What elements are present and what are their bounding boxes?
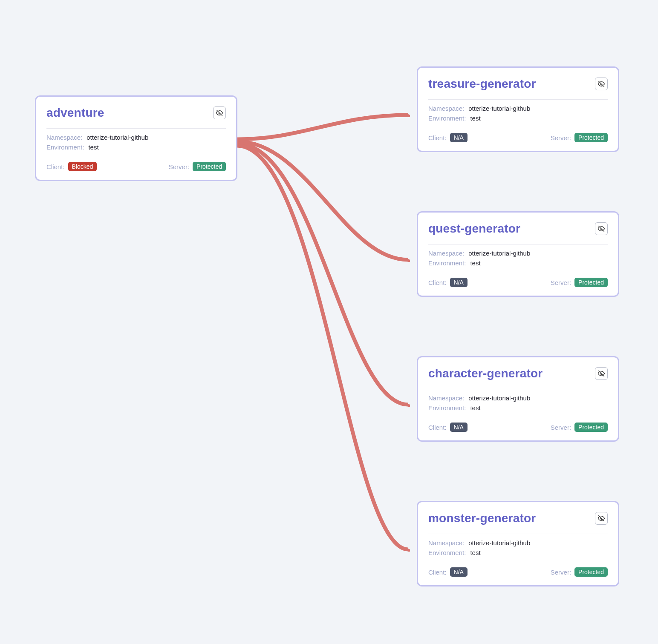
divider (46, 128, 226, 129)
environment-label: Environment: (428, 259, 466, 267)
client-status: Client: N/A (428, 567, 468, 577)
status-badge-protected: Protected (193, 162, 226, 171)
divider (428, 389, 608, 389)
node-title: treasure-generator (428, 77, 536, 91)
namespace-label: Namespace: (428, 394, 464, 402)
divider (428, 244, 608, 244)
environment-value: test (470, 259, 480, 267)
client-status: Client: Blocked (46, 162, 97, 171)
environment-value: test (88, 144, 98, 151)
environment-value: test (470, 115, 480, 122)
environment-value: test (470, 549, 480, 556)
client-label: Client: (428, 569, 447, 576)
server-label: Server: (551, 569, 571, 576)
node-adventure[interactable]: adventure Namespace: otterize-tutorial-g… (35, 95, 237, 181)
status-badge-na: N/A (450, 423, 468, 432)
visibility-off-icon[interactable] (595, 78, 608, 90)
meta-namespace: Namespace: otterize-tutorial-github (428, 105, 608, 112)
node-title: monster-generator (428, 512, 536, 525)
edge-to-quest (237, 141, 408, 260)
meta-namespace: Namespace: otterize-tutorial-github (428, 539, 608, 546)
environment-label: Environment: (428, 404, 466, 411)
namespace-label: Namespace: (428, 105, 464, 112)
client-label: Client: (428, 279, 447, 286)
divider (428, 99, 608, 100)
server-status: Server: Protected (551, 423, 608, 432)
status-badge-na: N/A (450, 567, 468, 577)
status-badge-protected: Protected (574, 133, 608, 142)
node-character-generator[interactable]: character-generator Namespace: otterize-… (417, 356, 619, 442)
status-row: Client: N/A Server: Protected (428, 278, 608, 287)
client-label: Client: (428, 134, 447, 141)
status-row: Client: Blocked Server: Protected (46, 162, 226, 171)
edge-to-character (237, 144, 408, 405)
node-title: character-generator (428, 367, 543, 380)
edge-to-monster (237, 146, 408, 549)
environment-label: Environment: (428, 115, 466, 122)
node-header: adventure (46, 106, 226, 120)
meta-environment: Environment: test (46, 144, 226, 151)
status-row: Client: N/A Server: Protected (428, 423, 608, 432)
environment-label: Environment: (428, 549, 466, 556)
divider (428, 534, 608, 534)
namespace-value: otterize-tutorial-github (468, 394, 530, 402)
node-header: quest-generator (428, 222, 608, 236)
client-label: Client: (428, 424, 447, 431)
status-row: Client: N/A Server: Protected (428, 567, 608, 577)
environment-value: test (470, 404, 480, 411)
namespace-value: otterize-tutorial-github (468, 105, 530, 112)
meta-namespace: Namespace: otterize-tutorial-github (46, 134, 226, 141)
node-quest-generator[interactable]: quest-generator Namespace: otterize-tuto… (417, 211, 619, 297)
node-title: adventure (46, 106, 104, 120)
namespace-label: Namespace: (46, 134, 82, 141)
namespace-value: otterize-tutorial-github (87, 134, 148, 141)
namespace-label: Namespace: (428, 539, 464, 546)
server-status: Server: Protected (551, 567, 608, 577)
node-monster-generator[interactable]: monster-generator Namespace: otterize-tu… (417, 501, 619, 586)
status-badge-na: N/A (450, 278, 468, 287)
meta-environment: Environment: test (428, 115, 608, 122)
meta-environment: Environment: test (428, 549, 608, 556)
status-badge-na: N/A (450, 133, 468, 142)
status-badge-protected: Protected (574, 423, 608, 432)
namespace-label: Namespace: (428, 250, 464, 257)
client-label: Client: (46, 163, 65, 170)
meta-namespace: Namespace: otterize-tutorial-github (428, 394, 608, 402)
server-status: Server: Protected (551, 133, 608, 142)
server-label: Server: (551, 279, 571, 286)
meta-environment: Environment: test (428, 259, 608, 267)
status-badge-protected: Protected (574, 278, 608, 287)
status-badge-protected: Protected (574, 567, 608, 577)
client-status: Client: N/A (428, 278, 468, 287)
node-header: treasure-generator (428, 77, 608, 91)
server-label: Server: (169, 163, 189, 170)
client-status: Client: N/A (428, 423, 468, 432)
server-label: Server: (551, 134, 571, 141)
edge-to-treasure (237, 115, 408, 139)
meta-environment: Environment: test (428, 404, 608, 411)
client-status: Client: N/A (428, 133, 468, 142)
status-row: Client: N/A Server: Protected (428, 133, 608, 142)
visibility-off-icon[interactable] (213, 106, 226, 119)
environment-label: Environment: (46, 144, 84, 151)
namespace-value: otterize-tutorial-github (468, 539, 530, 546)
server-status: Server: Protected (551, 278, 608, 287)
status-badge-blocked: Blocked (68, 162, 97, 171)
visibility-off-icon[interactable] (595, 367, 608, 380)
node-title: quest-generator (428, 222, 520, 236)
node-header: monster-generator (428, 512, 608, 525)
namespace-value: otterize-tutorial-github (468, 250, 530, 257)
server-status: Server: Protected (169, 162, 226, 171)
server-label: Server: (551, 424, 571, 431)
meta-namespace: Namespace: otterize-tutorial-github (428, 250, 608, 257)
node-treasure-generator[interactable]: treasure-generator Namespace: otterize-t… (417, 66, 619, 152)
node-header: character-generator (428, 367, 608, 380)
visibility-off-icon[interactable] (595, 512, 608, 525)
visibility-off-icon[interactable] (595, 222, 608, 235)
